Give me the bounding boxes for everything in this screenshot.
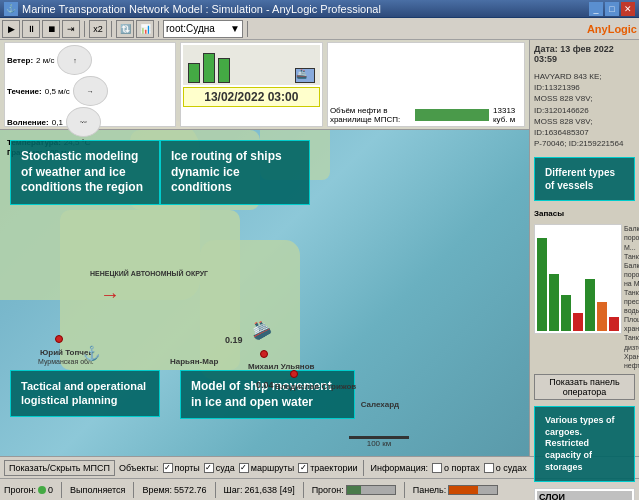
toolbar-multiplier[interactable]: x2	[89, 20, 107, 38]
bar-label-1: Балки порошка с М...	[624, 224, 639, 251]
wave-gauge: 〰	[66, 107, 101, 137]
layers-title: СЛОИ	[537, 491, 632, 500]
oil-value: 13313 куб. м	[493, 106, 522, 124]
bar-2	[549, 274, 559, 331]
executing-item: Выполняется	[70, 485, 125, 495]
vessel-3: MOSS 828 V8V; ID:1636485307	[534, 116, 635, 138]
layers-panel: СЛОИ Погодные регионы Ледовая обстановка…	[534, 488, 635, 500]
routes-checkbox[interactable]: ✓	[239, 463, 249, 473]
panel-item: Панель:	[413, 485, 499, 495]
step-item: Шаг: 261,638 [49]	[224, 485, 295, 495]
bar-6	[597, 302, 607, 331]
run-label: Прогон:	[4, 485, 36, 495]
trajectories-checkbox[interactable]: ✓	[298, 463, 308, 473]
bar-labels: Балки порошка с М... Танк НСВ Балки поро…	[624, 224, 639, 370]
toolbar-btn-3[interactable]: ⏹	[42, 20, 60, 38]
st-sep-4	[303, 482, 304, 498]
about-ships-checkbox[interactable]	[484, 463, 494, 473]
city-dot-1	[55, 335, 63, 343]
toolbar-btn-2[interactable]: ⏸	[22, 20, 40, 38]
st-sep-5	[404, 482, 405, 498]
chart-container: Балки порошка с М... Танк НСВ Балки поро…	[534, 224, 635, 370]
about-ships-label: о судах	[496, 463, 527, 473]
ship-positions-widget: 🚢 13/02/2022 03:00	[180, 42, 323, 127]
ship-vis: 🚢	[295, 68, 315, 83]
bar-1	[537, 238, 547, 332]
root-dropdown[interactable]: root:Судна ▼	[163, 20, 243, 38]
toolbar-btn-1[interactable]: ▶	[2, 20, 20, 38]
st-sep-1	[61, 482, 62, 498]
scale-bar: 100 км	[349, 436, 409, 448]
executing-label: Выполняется	[70, 485, 125, 495]
about-ports-checkbox[interactable]	[432, 463, 442, 473]
progress-fill	[347, 486, 361, 494]
toolbar-btn-step[interactable]: ⇥	[62, 20, 80, 38]
oil-label: Объём нефти в хранилище МПСП:	[330, 106, 411, 124]
run-indicator	[38, 486, 46, 494]
ports-checkbox-item: ✓ порты	[163, 463, 200, 473]
stochastic-annotation: Stochastic modeling of weather and ice c…	[10, 140, 160, 205]
bar-label-4: Танки пресной воды	[624, 288, 639, 315]
ports-checkbox[interactable]: ✓	[163, 463, 173, 473]
maximize-button[interactable]: □	[605, 2, 619, 16]
trajectories-label: траектории	[310, 463, 357, 473]
oil-bar	[415, 109, 489, 121]
toolbar-btn-5[interactable]: 📊	[136, 20, 154, 38]
bar-label-3: Балки порошка на МПСП	[624, 261, 639, 288]
anylogic-logo: AnyLogic	[587, 23, 637, 35]
app-icon: ⚓	[4, 2, 18, 16]
toolbar-btn-4[interactable]: 🔃	[116, 20, 134, 38]
show-hide-mpsп-button[interactable]: Показать/Скрыть МПСП	[4, 460, 115, 476]
bar-label-5: Площадки хранения	[624, 315, 639, 333]
map-area[interactable]: Ветер: 2 м/с ↑ Течение: 0,5 м/с → Волнен…	[0, 40, 529, 456]
wind-label: Ветер:	[7, 56, 33, 65]
step-value: 261,638 [49]	[245, 485, 295, 495]
naryan-label: Нарьян-Мар	[170, 357, 218, 366]
about-ports-label: о портах	[444, 463, 480, 473]
st-sep-2	[133, 482, 134, 498]
separator-3	[158, 21, 159, 37]
minimize-button[interactable]: _	[589, 2, 603, 16]
close-button[interactable]: ✕	[621, 2, 635, 16]
vladislav-label: Владислав Стрижов	[275, 382, 356, 391]
chart-title: Запасы	[534, 209, 635, 218]
info-label: Информация:	[370, 463, 428, 473]
show-panel-button[interactable]: Показать панель оператора	[534, 374, 635, 400]
bar-chart	[534, 224, 622, 334]
run-value: 0	[48, 485, 53, 495]
distance-value-1: 0.19	[225, 335, 243, 345]
salekhard-label: Салехард	[361, 400, 399, 409]
oil-bar-container: Объём нефти в хранилище МПСП: 13313 куб.…	[330, 106, 522, 124]
arrow-west: ←	[100, 285, 120, 308]
time-item: Время: 5572.76	[142, 485, 206, 495]
ship-model-annotation: Model of ship movement in ice and open w…	[180, 370, 355, 419]
city-dot-mikhail	[260, 350, 268, 358]
oil-volume-widget: Объём нефти в хранилище МПСП: 13313 куб.…	[327, 42, 525, 127]
ice-routing-annotation: Ice routing of ships dynamic ice conditi…	[160, 140, 310, 205]
current-value: 0,5 м/с	[45, 87, 70, 96]
ships-checkbox[interactable]: ✓	[204, 463, 214, 473]
objects-label: Объекты:	[119, 463, 159, 473]
date-value: Дата: 13 фев 2022 03:59	[534, 44, 635, 64]
bar-label-6: Танки дизтопл.	[624, 333, 639, 351]
anchor-icon: ⚓	[83, 345, 100, 361]
trajectories-checkbox-item: ✓ траектории	[298, 463, 357, 473]
bar-s1	[188, 63, 200, 83]
panel-bar	[448, 485, 498, 495]
bar-4	[573, 313, 583, 332]
date-info: Дата: 13 фев 2022 03:59	[534, 44, 635, 67]
date-display: 13/02/2022 03:00	[183, 87, 320, 107]
distance-value-2: 0.04	[256, 380, 274, 390]
right-panel: Дата: 13 фев 2022 03:59 HAVYARD 843 КЕ; …	[529, 40, 639, 456]
vessel-ids: HAVYARD 843 КЕ; ID:11321396 MOSS 828 V8V…	[534, 71, 635, 149]
time-value: 5572.76	[174, 485, 207, 495]
scale-text: 100 км	[367, 439, 392, 448]
routes-label: маршруты	[251, 463, 294, 473]
progress-item: Прогон:	[312, 485, 396, 495]
routes-checkbox-item: ✓ маршруты	[239, 463, 294, 473]
tactical-annotation: Tactical and operational logistical plan…	[10, 370, 160, 417]
vessel-1: HAVYARD 843 КЕ; ID:11321396	[534, 71, 635, 93]
bar-5	[585, 279, 595, 331]
progress-label: Прогон:	[312, 485, 344, 495]
bar-7	[609, 317, 619, 332]
